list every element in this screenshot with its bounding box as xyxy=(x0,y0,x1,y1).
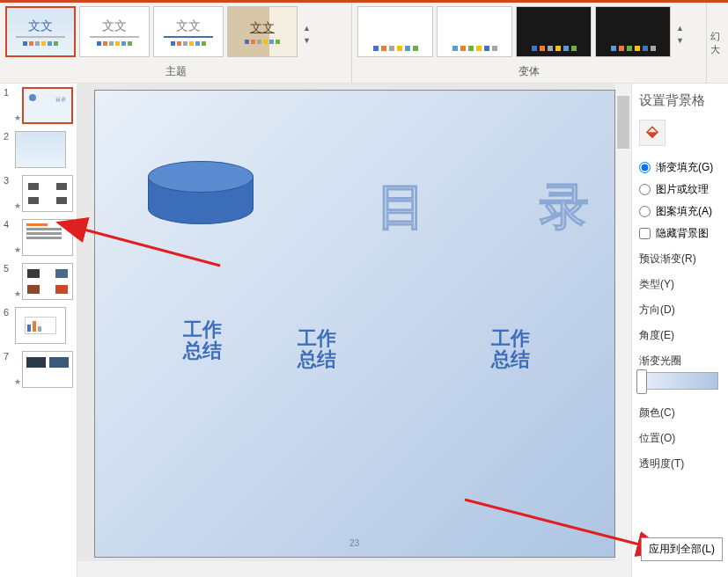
theme-text: 文文 xyxy=(250,20,275,36)
outline-text-1[interactable]: 目 xyxy=(377,174,426,241)
thumb-num: 1 xyxy=(4,87,14,98)
slide-thumb-2[interactable] xyxy=(15,131,66,168)
variant-scroll-down[interactable]: ▼ xyxy=(676,36,688,45)
thumb-num: 4 xyxy=(4,219,14,230)
theme-option-4[interactable]: 文文 xyxy=(227,6,298,57)
variant-option-4[interactable] xyxy=(595,6,671,57)
slide-page-number: 23 xyxy=(349,538,359,548)
preset-label: 预设渐变(R) xyxy=(639,252,721,267)
theme-scroll-down[interactable]: ▼ xyxy=(303,36,315,45)
theme-scroll-up[interactable]: ▲ xyxy=(303,24,315,33)
variant-scroll-up[interactable]: ▲ xyxy=(676,24,688,33)
type-label: 类型(Y) xyxy=(639,277,721,292)
fill-pattern-radio[interactable]: 图案填充(A) xyxy=(639,204,721,219)
slide-thumb-6[interactable] xyxy=(15,307,66,344)
slide-thumbnails: 1 ★ 目录 2 3 ★ 4 ★ 5 ★ xyxy=(0,84,77,577)
slide-thumb-1[interactable]: 目录 xyxy=(22,87,73,124)
apply-to-all-button[interactable]: 应用到全部(L) xyxy=(641,537,723,561)
thumb-num: 6 xyxy=(4,307,14,318)
format-background-panel: 设置背景格 渐变填充(G) 图片或纹理 图案填充(A) 隐藏背景图 预设渐变(R… xyxy=(631,84,728,577)
slide-thumb-5[interactable] xyxy=(22,263,73,300)
ribbon-variant-label: 变体 xyxy=(357,62,701,83)
variant-option-1[interactable] xyxy=(357,6,433,57)
color-label: 颜色(C) xyxy=(639,405,721,420)
fill-gradient-radio[interactable]: 渐变填充(G) xyxy=(639,160,721,175)
current-slide[interactable]: 目 录 工作总结 工作总结 工作总结 23 xyxy=(95,91,614,557)
direction-label: 方向(D) xyxy=(639,303,721,318)
ribbon: 文文 文文 文文 文文 ▲ ▼ 主题 xyxy=(0,3,728,84)
work-text-3[interactable]: 工作总结 xyxy=(491,328,530,370)
panel-title: 设置背景格 xyxy=(639,92,721,109)
slide-thumb-4[interactable] xyxy=(22,219,73,256)
vertical-scrollbar[interactable] xyxy=(615,84,631,577)
ribbon-extra: 幻 大 xyxy=(707,3,728,83)
slide-thumb-3[interactable] xyxy=(22,175,73,212)
thumb-num: 5 xyxy=(4,263,14,274)
grad-stops-label: 渐变光圈 xyxy=(639,354,721,369)
thumb-num: 3 xyxy=(4,175,14,186)
fill-picture-radio[interactable]: 图片或纹理 xyxy=(639,182,721,197)
work-text-1[interactable]: 工作总结 xyxy=(183,319,222,362)
theme-option-3[interactable]: 文文 xyxy=(153,6,224,57)
gradient-stops-slider[interactable] xyxy=(639,372,718,390)
theme-text: 文文 xyxy=(176,18,201,34)
ribbon-theme-label: 主题 xyxy=(5,62,346,83)
theme-option-1[interactable]: 文文 xyxy=(5,6,76,57)
theme-option-2[interactable]: 文文 xyxy=(79,6,150,57)
theme-text: 文文 xyxy=(102,18,127,34)
hide-bg-checkbox[interactable]: 隐藏背景图 xyxy=(639,226,721,241)
fill-icon[interactable] xyxy=(639,120,665,146)
work-text-2[interactable]: 工作总结 xyxy=(298,328,336,370)
position-label: 位置(O) xyxy=(639,431,721,446)
variant-option-3[interactable] xyxy=(516,6,592,57)
variant-option-2[interactable] xyxy=(437,6,512,57)
outline-text-2[interactable]: 录 xyxy=(540,174,589,241)
angle-label: 角度(E) xyxy=(639,328,721,343)
thumb-num: 7 xyxy=(4,351,14,362)
thumb-num: 2 xyxy=(4,131,14,142)
slide-canvas: 目 录 工作总结 工作总结 工作总结 23 xyxy=(77,84,631,577)
slide-thumb-7[interactable] xyxy=(22,351,73,388)
theme-text: 文文 xyxy=(28,18,53,34)
cylinder-shape[interactable] xyxy=(148,161,254,224)
horizontal-scrollbar[interactable] xyxy=(77,561,615,577)
transparency-label: 透明度(T) xyxy=(639,456,721,471)
